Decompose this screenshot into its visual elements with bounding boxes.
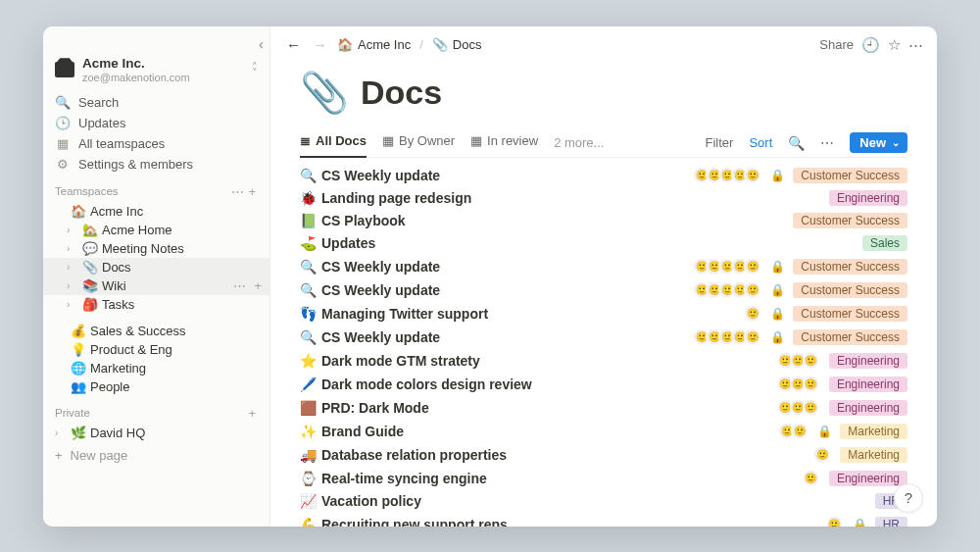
- list-item[interactable]: 🔍 CS Weekly update 🙂🙂🙂🙂🙂🔒 Customer Succe…: [300, 164, 907, 187]
- nav-back-icon[interactable]: ←: [284, 36, 303, 53]
- collapse-sidebar-icon[interactable]: ‹‹: [259, 36, 260, 52]
- plus-icon: +: [55, 448, 63, 463]
- page-label: Marketing: [90, 361, 264, 376]
- view-label: By Owner: [399, 133, 455, 148]
- list-item[interactable]: 🟫 PRD: Dark Mode 🙂🙂🙂 Engineering: [300, 396, 907, 420]
- sort-button[interactable]: Sort: [749, 135, 772, 150]
- sidebar-item-updates[interactable]: 🕒 Updates: [43, 113, 270, 133]
- sidebar-item-sales-success[interactable]: 💰 Sales & Success: [43, 322, 270, 340]
- sidebar-item-marketing[interactable]: 🌐 Marketing: [43, 359, 270, 377]
- page-label: Acme Home: [102, 223, 264, 237]
- page-title[interactable]: Docs: [361, 74, 442, 112]
- item-add-icon[interactable]: +: [252, 278, 264, 293]
- new-button[interactable]: New ⌄: [850, 132, 907, 153]
- row-icon: 🟫: [300, 400, 321, 416]
- tag-eng: Engineering: [829, 190, 907, 206]
- app-window: ‹‹ Acme Inc. zoe@makenotion.com ˄˅ 🔍 Sea…: [43, 26, 937, 527]
- avatar-stack: 🙂🙂🙂🙂🙂: [697, 328, 760, 345]
- list-item[interactable]: 👣 Managing Twitter support 🙂🔒 Customer S…: [300, 302, 907, 326]
- view-more-icon[interactable]: ⋯: [820, 135, 834, 151]
- tag-cs: Customer Success: [793, 213, 907, 228]
- sidebar-item-icon: ⚙: [55, 157, 71, 172]
- page-emoji-icon: 🌿: [71, 426, 86, 440]
- sidebar-item-label: Settings & members: [78, 157, 193, 172]
- caret-icon[interactable]: ›: [67, 280, 78, 291]
- avatar-stack: 🙂🙂🙂🙂🙂: [697, 167, 760, 183]
- tab-all-docs[interactable]: ≣ All Docs: [300, 129, 367, 158]
- row-title: PRD: Dark Mode: [321, 400, 781, 416]
- caret-icon[interactable]: ›: [67, 299, 78, 310]
- caret-icon[interactable]: ›: [67, 225, 78, 235]
- page-icon[interactable]: 📎: [300, 70, 349, 116]
- sidebar-item-david-hq[interactable]: › 🌿 David HQ: [43, 424, 270, 442]
- star-icon[interactable]: ☆: [888, 36, 901, 54]
- row-title: Managing Twitter support: [321, 306, 748, 322]
- list-item[interactable]: ✨ Brand Guide 🙂🙂🔒 Marketing: [300, 420, 907, 443]
- breadcrumb[interactable]: 🏠 Acme Inc / 📎 Docs: [337, 37, 481, 52]
- list-item[interactable]: 🖊️ Dark mode colors design review 🙂🙂🙂 En…: [300, 373, 907, 396]
- breadcrumb-root[interactable]: Acme Inc: [358, 37, 411, 52]
- list-item[interactable]: 💪 Recruiting new support reps 🙂🔒 HR: [300, 513, 907, 527]
- list-item[interactable]: 🚚 Database relation properties 🙂 Marketi…: [300, 443, 907, 467]
- new-button-label: New: [859, 135, 886, 150]
- breadcrumb-page[interactable]: Docs: [453, 37, 482, 52]
- item-more-icon[interactable]: ⋯: [231, 278, 248, 293]
- sidebar-item-acme-home[interactable]: › 🏡 Acme Home: [43, 221, 270, 239]
- breadcrumb-page-icon: 📎: [432, 37, 448, 52]
- row-title: Updates: [321, 235, 862, 251]
- teamspaces-more-icon[interactable]: ⋯: [229, 184, 246, 199]
- updown-caret-icon: ˄˅: [252, 64, 258, 75]
- lock-icon: 🔒: [770, 260, 785, 274]
- private-section-header[interactable]: Private +: [43, 396, 270, 424]
- teamspaces-section-header[interactable]: Teamspaces ⋯ +: [43, 175, 270, 202]
- sidebar-item-label: Updates: [78, 116, 125, 130]
- page-label: Sales & Success: [90, 324, 264, 338]
- tab-in-review[interactable]: ▦ In review: [470, 129, 538, 157]
- list-item[interactable]: ⌚ Real-time syncing engine 🙂 Engineering: [300, 467, 907, 490]
- list-item[interactable]: ⛳ Updates Sales: [300, 232, 907, 255]
- chevron-down-icon: ⌄: [892, 137, 900, 148]
- sidebar-item-product-eng[interactable]: 💡 Product & Eng: [43, 340, 270, 359]
- sidebar-item-people[interactable]: 👥 People: [43, 377, 270, 396]
- more-icon[interactable]: ⋯: [908, 36, 923, 54]
- list-item[interactable]: 🔍 CS Weekly update 🙂🙂🙂🙂🙂🔒 Customer Succe…: [300, 255, 907, 278]
- list-item[interactable]: 🔍 CS Weekly update 🙂🙂🙂🙂🙂🔒 Customer Succe…: [300, 326, 907, 349]
- sidebar-item-all-teamspaces[interactable]: ▦ All teamspaces: [43, 133, 270, 154]
- list-item[interactable]: 📗 CS Playbook Customer Success: [300, 210, 907, 232]
- tab-by-owner[interactable]: ▦ By Owner: [382, 129, 455, 157]
- sidebar-item-docs[interactable]: › 📎 Docs: [43, 258, 270, 276]
- page-emoji-icon: 🌐: [71, 361, 86, 376]
- page-label: David HQ: [90, 426, 264, 440]
- private-add-icon[interactable]: +: [246, 406, 258, 421]
- share-button[interactable]: Share: [819, 37, 854, 52]
- help-button[interactable]: ?: [894, 483, 923, 513]
- sidebar-item-search[interactable]: 🔍 Search: [43, 92, 270, 113]
- teamspaces-add-icon[interactable]: +: [246, 184, 258, 199]
- sidebar-item-acme-inc[interactable]: 🏠 Acme Inc: [43, 202, 270, 221]
- sidebar-item-meeting-notes[interactable]: › 💬 Meeting Notes: [43, 239, 270, 258]
- page-content: 📎 Docs ≣ All Docs▦ By Owner▦ In review 2…: [270, 64, 937, 527]
- caret-icon[interactable]: ›: [67, 262, 78, 273]
- new-page-button[interactable]: + New page: [43, 442, 270, 469]
- list-item[interactable]: 📈 Vacation policy HR: [300, 490, 907, 513]
- nav-forward-icon[interactable]: →: [311, 36, 329, 53]
- search-icon[interactable]: 🔍: [788, 135, 805, 151]
- caret-icon[interactable]: ›: [67, 243, 78, 254]
- workspace-switcher[interactable]: Acme Inc. zoe@makenotion.com ˄˅: [43, 56, 270, 92]
- sidebar-item-settings-members[interactable]: ⚙ Settings & members: [43, 154, 270, 175]
- list-item[interactable]: 🐞 Landing page redesign Engineering: [300, 187, 907, 210]
- lock-icon: 🔒: [853, 518, 867, 527]
- list-item[interactable]: 🔍 CS Weekly update 🙂🙂🙂🙂🙂🔒 Customer Succe…: [300, 278, 907, 302]
- caret-icon[interactable]: ›: [55, 427, 67, 438]
- views-more[interactable]: 2 more...: [554, 135, 604, 150]
- sidebar-item-tasks[interactable]: › 🎒 Tasks: [43, 295, 270, 314]
- page-label: People: [90, 379, 264, 394]
- breadcrumb-root-icon: 🏠: [337, 37, 353, 52]
- sidebar-item-label: All teamspaces: [78, 136, 165, 151]
- filter-button[interactable]: Filter: [706, 135, 734, 150]
- avatar: 🙂: [744, 258, 760, 275]
- clock-icon[interactable]: 🕘: [861, 36, 880, 54]
- tag-eng: Engineering: [829, 353, 907, 369]
- list-item[interactable]: ⭐ Dark mode GTM stratety 🙂🙂🙂 Engineering: [300, 349, 907, 373]
- sidebar-item-wiki[interactable]: › 📚 Wiki⋯ +: [43, 276, 270, 295]
